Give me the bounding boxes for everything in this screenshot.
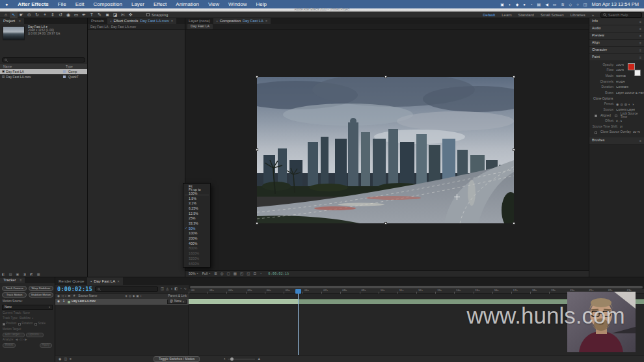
layer-parent-dropdown[interactable]: @ None ▾ bbox=[167, 299, 187, 304]
resolution-menu[interactable]: Full▾ bbox=[202, 272, 211, 275]
tab-composition[interactable]: ▪ Composition Day Fast LA × bbox=[213, 18, 271, 24]
shape-tool[interactable]: ▭ bbox=[72, 12, 80, 18]
close-tab-icon[interactable]: × bbox=[117, 279, 120, 283]
zoom-option-33-3[interactable]: 33.3% bbox=[183, 221, 210, 227]
handle-middle-right[interactable] bbox=[513, 148, 515, 151]
shy-switch-icon[interactable]: ◈ bbox=[125, 295, 127, 298]
analyze-buttons[interactable]: ◀ ◁ ▷ ▶ bbox=[16, 339, 27, 342]
effects-switch-icon[interactable]: ▣ bbox=[136, 295, 139, 298]
snapping-checkbox[interactable] bbox=[146, 13, 150, 16]
eraser-tool[interactable]: ◪ bbox=[111, 12, 119, 18]
apple-menu-icon[interactable]: ● bbox=[5, 2, 8, 7]
control-center-icon[interactable]: ◫ bbox=[584, 3, 587, 7]
expand-render-time-icon[interactable]: ◫ bbox=[64, 357, 67, 361]
region-of-interest-icon[interactable]: ▢ bbox=[227, 272, 230, 276]
empty-layer-area[interactable] bbox=[55, 305, 189, 355]
menu-composition[interactable]: Composition bbox=[89, 2, 127, 7]
display-icon[interactable]: ◐ bbox=[509, 3, 511, 7]
handle-top-right[interactable] bbox=[513, 76, 515, 78]
track-type-row[interactable]: Track Type:Stabilize▾ bbox=[0, 316, 55, 321]
type-tool[interactable]: T bbox=[88, 12, 96, 18]
close-tab-icon[interactable]: × bbox=[171, 20, 173, 23]
camera-3d-view-icon[interactable]: ◰ bbox=[240, 272, 243, 276]
paint-panel-header[interactable]: Paint≡ bbox=[589, 54, 644, 61]
zoom-option-400[interactable]: 400% bbox=[183, 242, 210, 247]
transparency-grid-icon[interactable]: ▦ bbox=[234, 272, 237, 276]
window-icon[interactable]: ▤ bbox=[537, 3, 541, 7]
timeline-search-input[interactable] bbox=[102, 287, 155, 291]
zoom-option-100[interactable]: 100% bbox=[183, 231, 210, 236]
panel-menu-icon[interactable]: ≡ bbox=[639, 20, 641, 23]
zoom-slider-knob[interactable] bbox=[230, 357, 234, 361]
clone-preset-3-icon[interactable]: ◍ bbox=[624, 102, 627, 106]
spotlight-icon[interactable]: ○ bbox=[576, 3, 579, 7]
zoom-option-50[interactable]: ✓50% bbox=[183, 227, 210, 232]
tab-tracker[interactable]: Tracker≡ bbox=[0, 277, 25, 283]
rotation-tool[interactable]: ↺ bbox=[57, 12, 64, 18]
panel-menu-icon[interactable]: ≡ bbox=[19, 20, 21, 23]
hand-tool[interactable]: ☛ bbox=[18, 12, 25, 18]
layer-label-color[interactable] bbox=[68, 301, 70, 303]
motion-blur-icon[interactable]: ◔ bbox=[180, 287, 181, 290]
handle-bottom-left[interactable] bbox=[256, 222, 258, 225]
panel-menu-icon[interactable]: ≡ bbox=[639, 56, 641, 59]
zoom-out-mountain-icon[interactable]: ▲ bbox=[223, 357, 226, 360]
clone-stamp-tool[interactable]: ◙ bbox=[103, 12, 111, 18]
column-parent-link[interactable]: Parent & Link bbox=[168, 295, 187, 298]
stabilize-motion-button[interactable]: Stabilize Motion bbox=[29, 292, 53, 298]
brushes-panel-header[interactable]: Brushes≡ bbox=[589, 137, 644, 144]
frame-blending-icon[interactable]: ◧ bbox=[174, 287, 178, 290]
motion-source-dropdown[interactable]: None▾ bbox=[2, 305, 53, 310]
selection-tool[interactable]: ↖ bbox=[10, 12, 18, 18]
tab-render-queue[interactable]: Render Queue bbox=[55, 277, 87, 285]
warp-stabilizer-button[interactable]: Warp Stabilizer bbox=[29, 286, 53, 291]
clone-source-overlay-checkbox[interactable] bbox=[595, 132, 597, 134]
track-camera-button[interactable]: Track Camera bbox=[2, 286, 27, 291]
viewer-subtab[interactable]: Day Fast LA bbox=[187, 24, 213, 29]
new-composition-icon[interactable]: ◨ bbox=[23, 273, 26, 276]
hide-shy-layers-icon[interactable]: ◖ bbox=[170, 287, 172, 290]
source-time-shift-row[interactable]: Source Time Shift: 0 f bbox=[589, 124, 644, 130]
graph-editor-icon[interactable]: ∿ bbox=[184, 287, 187, 290]
viewer-timecode[interactable]: 0:00:02:15 bbox=[268, 272, 289, 275]
panel-header-info[interactable]: Info≡ bbox=[589, 18, 644, 25]
timeline-zoom-slider[interactable]: ▲ ▲ bbox=[223, 357, 261, 361]
shortcuts-icon[interactable]: ◇ bbox=[569, 3, 572, 7]
menu-animation[interactable]: Animation bbox=[171, 2, 204, 7]
clock-icon[interactable]: ◔ bbox=[530, 3, 533, 7]
edit-target-button[interactable]: Edit Target... bbox=[3, 333, 25, 337]
new-folder-icon[interactable]: ▣ bbox=[16, 273, 19, 276]
panel-header-character[interactable]: Character≡ bbox=[589, 47, 644, 53]
view-layout-icon[interactable]: ◱ bbox=[247, 272, 250, 276]
panel-menu-icon[interactable]: ≡ bbox=[20, 279, 21, 282]
roto-brush-tool[interactable]: ✄ bbox=[119, 12, 127, 18]
zoom-option-200[interactable]: 200% bbox=[183, 236, 210, 242]
clone-preset-4-icon[interactable]: ◐ bbox=[628, 102, 630, 106]
battery-icon[interactable]: ▭ bbox=[553, 3, 557, 7]
motion-blur-switch-icon[interactable]: ◐ bbox=[141, 295, 142, 298]
layer-visibility-icon[interactable]: ◉ bbox=[57, 300, 60, 303]
menu-view[interactable]: View bbox=[204, 2, 224, 7]
project-item-day-fast-la-mov[interactable]: ▤Day Fast LA.movQuickT bbox=[0, 74, 87, 79]
handle-bottom-center[interactable] bbox=[384, 222, 387, 225]
shield-icon[interactable]: ◆ bbox=[516, 3, 519, 7]
menu-file[interactable]: File bbox=[53, 2, 71, 7]
panel-header-align[interactable]: Align≡ bbox=[589, 40, 644, 46]
zoom-in-mountain-icon[interactable]: ▲ bbox=[257, 357, 261, 361]
menu-after-effects[interactable]: After Effects bbox=[13, 2, 53, 7]
choose-grid-guides-icon[interactable]: ⊞ bbox=[214, 272, 217, 276]
wifi-icon[interactable]: ≋ bbox=[561, 3, 565, 7]
composition-mini-flowchart-icon[interactable]: ◫ bbox=[161, 287, 164, 290]
quality-switch-icon[interactable]: ◆ bbox=[133, 295, 135, 298]
current-time-field[interactable]: 0:00:02:15 bbox=[57, 286, 92, 292]
audio-icon[interactable]: ◁ bbox=[61, 295, 64, 298]
workspace-standard[interactable]: Standard bbox=[518, 13, 534, 17]
help-search-input[interactable] bbox=[608, 13, 639, 17]
lock-icon[interactable]: ⊠ bbox=[68, 295, 70, 298]
layer-columns-header[interactable]: ◉◁○⊠ # Source Name ◈◎◆▣◐ Parent & Link bbox=[55, 293, 189, 299]
composition-viewer[interactable] bbox=[185, 30, 589, 270]
item-label-color[interactable] bbox=[63, 70, 66, 73]
draft-3d-icon[interactable]: ◬ bbox=[166, 287, 168, 290]
playhead-line[interactable] bbox=[298, 289, 299, 355]
ink-icon[interactable]: ● bbox=[523, 3, 526, 7]
